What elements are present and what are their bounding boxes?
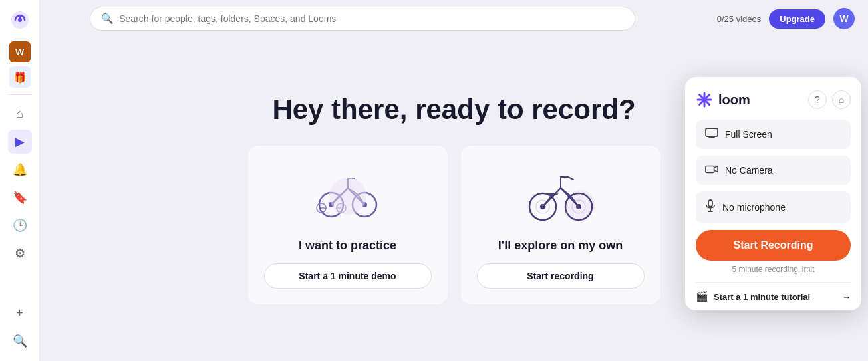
svg-rect-17 xyxy=(706,128,718,136)
sidebar-item-bookmarks[interactable]: 🔖 xyxy=(8,185,32,209)
sidebar-item-library[interactable]: ▶ xyxy=(8,130,32,154)
explore-card-title: I'll explore on my own xyxy=(498,239,623,253)
sidebar-item-notifications[interactable]: 🔔 xyxy=(8,158,32,181)
sidebar-item-settings[interactable]: ⚙ xyxy=(8,241,32,265)
no-microphone-option[interactable]: No microphone xyxy=(696,191,851,223)
practice-illustration xyxy=(308,162,388,228)
practice-card-title: I want to practice xyxy=(299,239,396,253)
sidebar-logo xyxy=(8,8,32,32)
recording-limit-text: 5 minute recording limit xyxy=(696,265,851,274)
fullscreen-option[interactable]: Full Screen xyxy=(696,120,851,149)
no-camera-label: No Camera xyxy=(725,165,773,176)
sidebar-add-button[interactable]: + xyxy=(8,301,32,325)
clapperboard-icon: 🎬 xyxy=(696,291,708,302)
main-area: 🔍 0/25 videos Upgrade W Hey there, ready… xyxy=(40,0,868,361)
sidebar-bottom: + 🔍 xyxy=(8,301,32,353)
search-icon: 🔍 xyxy=(101,13,114,25)
start-demo-button[interactable]: Start a 1 minute demo xyxy=(264,263,432,289)
monitor-icon xyxy=(705,128,718,141)
videos-count: 0/25 videos xyxy=(717,14,762,24)
sidebar-item-history[interactable]: 🕒 xyxy=(8,213,32,237)
tutorial-footer[interactable]: 🎬 Start a 1 minute tutorial → xyxy=(696,282,851,310)
arrow-icon: → xyxy=(842,292,851,302)
gift-icon[interactable]: 🎁 xyxy=(9,66,31,88)
microphone-icon xyxy=(705,199,716,215)
popup-header: loom ? ⌂ xyxy=(696,90,851,109)
hero-title: Hey there, ready to record? xyxy=(272,94,635,126)
header-right: 0/25 videos Upgrade W xyxy=(717,8,855,29)
sidebar-search-button[interactable]: 🔍 xyxy=(8,329,32,353)
search-bar[interactable]: 🔍 xyxy=(90,7,635,31)
sidebar-divider xyxy=(8,94,32,95)
camera-icon xyxy=(705,164,718,177)
user-avatar[interactable]: W xyxy=(9,41,31,62)
search-input[interactable] xyxy=(119,13,624,24)
cards-row: I want to practice Start a 1 minute demo xyxy=(248,146,660,304)
popup-header-icons: ? ⌂ xyxy=(808,90,851,109)
loom-popup: loom ? ⌂ Full Screen xyxy=(685,77,861,310)
home-icon[interactable]: ⌂ xyxy=(832,90,851,109)
start-recording-card-button[interactable]: Start recording xyxy=(477,263,645,289)
popup-logo-text: loom xyxy=(718,92,750,108)
fullscreen-label: Full Screen xyxy=(725,129,772,140)
explore-illustration xyxy=(521,162,601,228)
practice-card: I want to practice Start a 1 minute demo xyxy=(248,146,448,304)
popup-logo: loom xyxy=(696,91,750,108)
no-microphone-label: No microphone xyxy=(722,202,786,213)
no-camera-option[interactable]: No Camera xyxy=(696,156,851,185)
svg-point-8 xyxy=(329,178,366,215)
start-recording-button[interactable]: Start Recording xyxy=(696,230,851,261)
header-user-avatar[interactable]: W xyxy=(833,8,855,29)
sidebar-item-home[interactable]: ⌂ xyxy=(8,102,32,126)
explore-card: I'll explore on my own Start recording xyxy=(461,146,660,304)
upgrade-button[interactable]: Upgrade xyxy=(769,9,825,29)
sidebar: W 🎁 ⌂ ▶ 🔔 🔖 🕒 ⚙ + 🔍 xyxy=(0,0,40,361)
content-area: Hey there, ready to record? xyxy=(40,37,868,361)
help-icon[interactable]: ? xyxy=(808,90,827,109)
svg-rect-19 xyxy=(708,200,712,207)
tutorial-label: Start a 1 minute tutorial xyxy=(714,292,810,302)
header: 🔍 0/25 videos Upgrade W xyxy=(40,0,868,37)
svg-point-9 xyxy=(566,190,595,219)
svg-rect-18 xyxy=(706,166,714,172)
